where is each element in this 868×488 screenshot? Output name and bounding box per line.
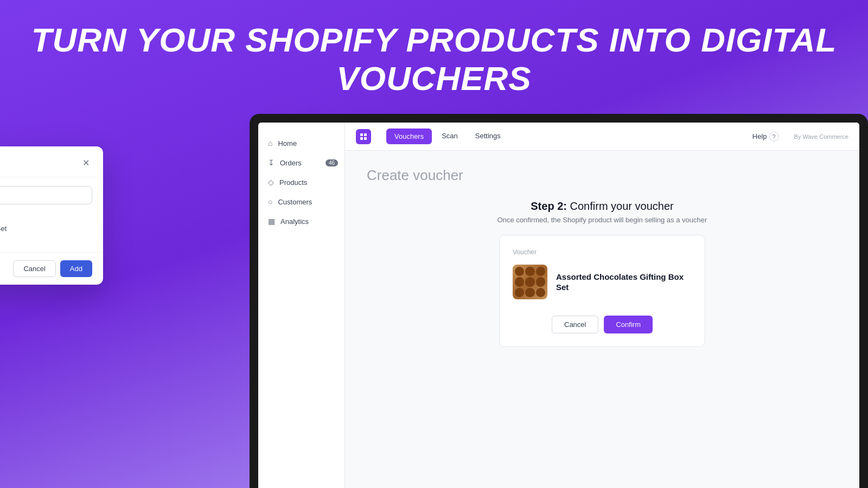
search-box: ⌕: [0, 186, 92, 204]
tab-settings[interactable]: Settings: [468, 129, 508, 144]
svg-rect-1: [364, 133, 367, 136]
main-panel: Vouchers Scan Settings Help ? By Wave Co…: [345, 123, 859, 488]
sidebar-item-home[interactable]: ⌂ Home: [258, 133, 344, 153]
customers-icon: ○: [268, 197, 272, 206]
variant-name: Assorted Chocolates Gifting Box Set: [0, 224, 7, 233]
orders-icon: ↧: [268, 158, 275, 167]
page-title: Create voucher: [367, 167, 838, 184]
step-section: Step 2: Confirm your voucher Once confir…: [367, 200, 838, 224]
laptop-mockup: ⌂ Home ↧ Orders 46 ◇ Products ○ Customer…: [250, 114, 868, 488]
app-icon: [356, 129, 371, 144]
home-icon: ⌂: [268, 139, 272, 147]
voucher-actions: Cancel Confirm: [513, 316, 692, 333]
sidebar-item-analytics[interactable]: ▦ Analytics: [258, 211, 344, 231]
product-thumbnail: [513, 265, 547, 299]
step-heading-text: Confirm your voucher: [570, 200, 674, 212]
product-name: Assorted Chocolates Gifting Box Set: [556, 272, 692, 293]
choc-4: [515, 277, 524, 286]
help-button[interactable]: Help ?: [752, 132, 779, 142]
orders-badge: 46: [326, 159, 338, 166]
tab-vouchers[interactable]: Vouchers: [386, 129, 432, 144]
sidebar-label-analytics: Analytics: [280, 217, 309, 226]
top-bar-right: Help ? By Wave Commerce: [752, 132, 848, 142]
search-input[interactable]: [0, 191, 85, 200]
modal-overlay: Add variant ✕ ⌕ ✓: [0, 146, 103, 285]
choc-5: [525, 277, 534, 286]
choc-3: [536, 267, 545, 276]
help-label: Help: [752, 132, 767, 140]
top-bar: Vouchers Scan Settings Help ? By Wave Co…: [345, 123, 859, 151]
banner: TURN YOUR SHOPIFY PRODUCTS INTO DIGITAL …: [0, 0, 868, 114]
voucher-confirm-button[interactable]: Confirm: [604, 316, 653, 333]
top-bar-left: Vouchers Scan Settings: [356, 129, 508, 144]
voucher-cancel-button[interactable]: Cancel: [552, 316, 598, 333]
sidebar-item-customers[interactable]: ○ Customers: [258, 192, 344, 211]
modal-close-button[interactable]: ✕: [79, 156, 92, 169]
voucher-label: Voucher: [513, 248, 692, 256]
sidebar-label-products: Products: [279, 178, 307, 187]
sidebar-item-orders[interactable]: ↧ Orders 46: [258, 153, 344, 172]
banner-title: TURN YOUR SHOPIFY PRODUCTS INTO DIGITAL …: [11, 21, 857, 98]
sidebar-label-home: Home: [278, 139, 297, 147]
step-heading: Step 2: Confirm your voucher: [367, 200, 838, 213]
svg-rect-0: [360, 133, 363, 136]
footer-actions: Cancel Add: [13, 260, 92, 277]
nav-tabs: Vouchers Scan Settings: [386, 129, 508, 144]
voucher-product: Assorted Chocolates Gifting Box Set: [513, 265, 692, 299]
content-area: ⌂ Home ↧ Orders 46 ◇ Products ○ Customer…: [0, 114, 868, 488]
modal-cancel-button[interactable]: Cancel: [13, 260, 55, 277]
modal-body: ⌕ ✓: [0, 177, 103, 252]
sidebar: ⌂ Home ↧ Orders 46 ◇ Products ○ Customer…: [258, 123, 345, 488]
sidebar-label-customers: Customers: [278, 198, 312, 206]
svg-rect-3: [364, 137, 367, 140]
choc-9: [536, 288, 545, 297]
app-branding: By Wave Commerce: [794, 133, 848, 140]
choc-1: [515, 267, 524, 276]
choc-2: [525, 267, 534, 276]
svg-rect-2: [360, 137, 363, 140]
help-icon: ?: [769, 132, 779, 142]
tab-scan[interactable]: Scan: [434, 129, 465, 144]
variant-item[interactable]: ✓ Assorted Chocolates Gifting Box Set: [0, 213, 92, 243]
add-variant-modal: Add variant ✕ ⌕ ✓: [0, 146, 103, 285]
product-thumb-inner: [513, 265, 547, 299]
sidebar-item-products[interactable]: ◇ Products: [258, 172, 344, 192]
modal-header: Add variant ✕: [0, 146, 103, 177]
analytics-icon: ▦: [268, 217, 275, 226]
products-icon: ◇: [268, 178, 274, 187]
step-label: Step 2:: [531, 200, 567, 212]
sidebar-label-orders: Orders: [280, 159, 302, 167]
choc-8: [525, 288, 534, 297]
step-subtext: Once confirmed, the Shopify product will…: [367, 216, 838, 224]
modal-add-button[interactable]: Add: [60, 260, 92, 277]
voucher-card: Voucher: [499, 235, 705, 347]
page-content: Create voucher Step 2: Confirm your vouc…: [345, 151, 859, 363]
modal-footer: 1/1 variant selected Cancel Add: [0, 252, 103, 285]
choc-7: [515, 288, 524, 297]
choc-6: [536, 277, 545, 286]
laptop-screen: ⌂ Home ↧ Orders 46 ◇ Products ○ Customer…: [258, 123, 859, 488]
